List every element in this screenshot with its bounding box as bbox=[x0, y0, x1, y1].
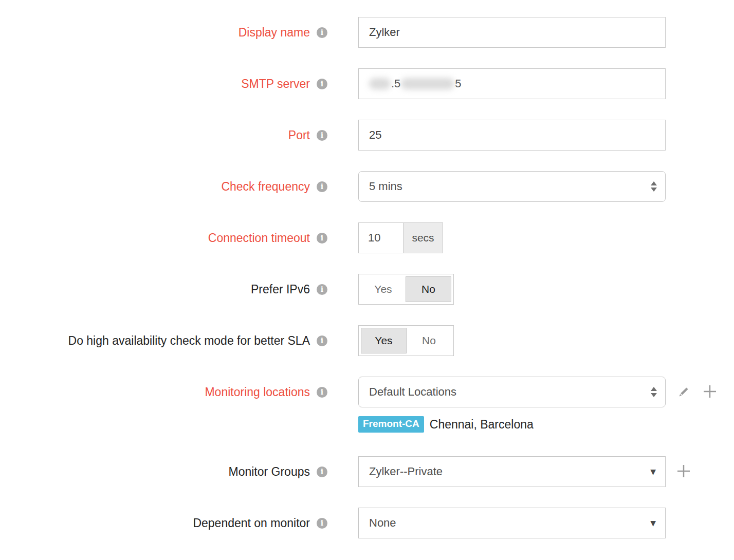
smtp-visible-fragment: .5 bbox=[391, 77, 400, 90]
smtp-server-label: SMTP server bbox=[241, 77, 310, 91]
row-display-name: Display name i bbox=[0, 17, 734, 48]
info-icon[interactable]: i bbox=[317, 335, 327, 346]
info-icon[interactable]: i bbox=[317, 518, 327, 529]
monitoring-locations-value: Default Locations bbox=[369, 385, 456, 399]
dependent-monitor-label: Dependent on monitor bbox=[193, 516, 310, 530]
dependent-monitor-value: None bbox=[369, 516, 396, 530]
monitor-groups-value: Zylker--Private bbox=[369, 465, 443, 478]
high-availability-label: Do high availability check mode for bett… bbox=[68, 334, 310, 348]
info-icon[interactable]: i bbox=[317, 466, 327, 477]
row-connection-timeout: Connection timeout i secs bbox=[0, 222, 734, 253]
monitor-groups-label: Monitor Groups bbox=[228, 465, 310, 479]
high-availability-no-option[interactable]: No bbox=[407, 328, 451, 353]
caret-down-icon: ▼ bbox=[650, 468, 656, 476]
smtp-visible-fragment: 5 bbox=[455, 77, 461, 90]
prefer-ipv6-toggle: Yes No bbox=[358, 274, 454, 305]
monitoring-locations-label: Monitoring locations bbox=[205, 385, 310, 399]
smtp-server-input[interactable]: .55 bbox=[358, 68, 666, 99]
location-tag-text: Chennai, Barcelona bbox=[430, 418, 534, 432]
info-icon[interactable]: i bbox=[317, 79, 327, 89]
row-check-frequency: Check frequency i 5 mins bbox=[0, 171, 734, 202]
caret-down-icon: ▼ bbox=[650, 519, 656, 527]
info-icon[interactable]: i bbox=[317, 387, 327, 398]
row-dependent-monitor: Dependent on monitor i None ▼ bbox=[0, 508, 734, 538]
prefer-ipv6-yes-option[interactable]: Yes bbox=[361, 276, 406, 302]
info-icon[interactable]: i bbox=[317, 284, 327, 295]
check-frequency-select[interactable]: 5 mins bbox=[358, 171, 666, 202]
connection-timeout-input[interactable] bbox=[358, 222, 403, 253]
high-availability-yes-option[interactable]: Yes bbox=[361, 328, 407, 353]
row-prefer-ipv6: Prefer IPv6 i Yes No bbox=[0, 274, 734, 305]
monitoring-locations-select[interactable]: Default Locations bbox=[358, 377, 666, 407]
up-down-spinner-icon bbox=[651, 387, 657, 397]
row-port: Port i bbox=[0, 120, 734, 151]
port-label: Port bbox=[288, 128, 310, 142]
selected-locations-line: Fremont-CA Chennai, Barcelona bbox=[358, 416, 719, 433]
display-name-label: Display name bbox=[238, 26, 310, 40]
up-down-spinner-icon bbox=[651, 181, 657, 192]
monitor-groups-select[interactable]: Zylker--Private ▼ bbox=[358, 456, 666, 487]
dependent-monitor-select[interactable]: None ▼ bbox=[358, 508, 666, 538]
row-monitor-groups: Monitor Groups i Zylker--Private ▼ bbox=[0, 456, 734, 487]
monitor-config-form: Display name i SMTP server i .55 Port i bbox=[0, 0, 734, 538]
info-icon[interactable]: i bbox=[317, 233, 327, 244]
location-tag-badge: Fremont-CA bbox=[358, 416, 424, 433]
connection-timeout-label: Connection timeout bbox=[208, 231, 310, 245]
port-input[interactable] bbox=[358, 120, 666, 151]
check-frequency-value: 5 mins bbox=[369, 180, 402, 193]
row-monitoring-locations: Monitoring locations i Default Locations bbox=[0, 377, 734, 433]
edit-locations-button[interactable] bbox=[676, 384, 692, 401]
info-icon[interactable]: i bbox=[317, 130, 327, 141]
row-high-availability: Do high availability check mode for bett… bbox=[0, 325, 734, 356]
redacted-text-blob bbox=[369, 78, 391, 89]
plus-icon bbox=[701, 383, 719, 402]
add-monitor-group-button[interactable] bbox=[675, 462, 692, 481]
info-icon[interactable]: i bbox=[317, 181, 327, 192]
row-smtp-server: SMTP server i .55 bbox=[0, 68, 734, 99]
high-availability-toggle: Yes No bbox=[358, 325, 454, 356]
check-frequency-label: Check frequency bbox=[221, 180, 310, 194]
plus-icon bbox=[675, 462, 692, 481]
display-name-input[interactable] bbox=[358, 17, 666, 48]
add-location-button[interactable] bbox=[701, 383, 719, 402]
redacted-text-blob bbox=[401, 78, 454, 89]
pencil-icon bbox=[676, 384, 692, 401]
timeout-unit-label: secs bbox=[403, 222, 443, 253]
prefer-ipv6-no-option[interactable]: No bbox=[406, 276, 451, 302]
info-icon[interactable]: i bbox=[317, 27, 327, 38]
prefer-ipv6-label: Prefer IPv6 bbox=[251, 283, 310, 296]
